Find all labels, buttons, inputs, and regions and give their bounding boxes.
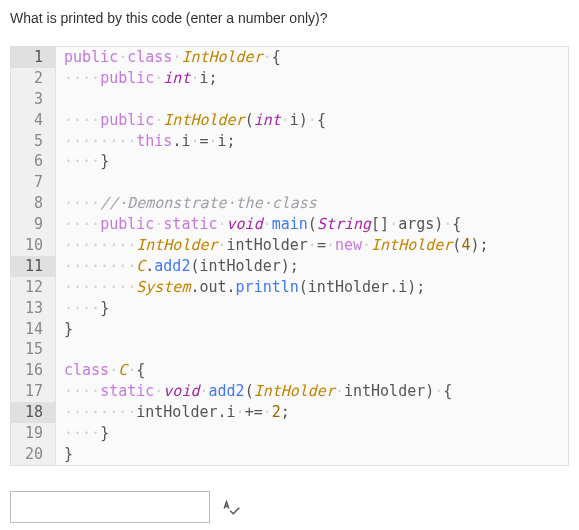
answer-row (10, 491, 569, 523)
code-line: ········IntHolder·intHolder·=·new·IntHol… (64, 235, 560, 256)
line-number: 11 (11, 256, 55, 277)
line-number: 3 (11, 89, 55, 110)
code-line: ········C.add2(intHolder); (64, 256, 560, 277)
code-line: ····public·IntHolder(int·i)·{ (64, 110, 560, 131)
line-number: 18 (11, 402, 55, 423)
code-line: ····static·void·add2(IntHolder·intHolder… (64, 381, 560, 402)
line-number: 6 (11, 151, 55, 172)
answer-input[interactable] (10, 491, 210, 523)
code-block: 1234567891011121314151617181920 public·c… (10, 46, 569, 466)
code-line: } (64, 319, 560, 340)
code-line: public·class·IntHolder·{ (64, 47, 560, 68)
code-line: ····public·int·i; (64, 68, 560, 89)
code-line (64, 172, 560, 193)
line-number: 16 (11, 360, 55, 381)
code-line: ········this.i·=·i; (64, 131, 560, 152)
line-number: 19 (11, 423, 55, 444)
line-number: 9 (11, 214, 55, 235)
code-line: ····public·static·void·main(String[]·arg… (64, 214, 560, 235)
line-number: 1 (11, 47, 55, 68)
line-number: 10 (11, 235, 55, 256)
code-line: ····} (64, 298, 560, 319)
code-line: ····//·Demonstrate·the·class (64, 193, 560, 214)
line-number: 2 (11, 68, 55, 89)
line-number: 8 (11, 193, 55, 214)
spellcheck-icon[interactable] (222, 498, 240, 516)
code-line: } (64, 444, 560, 465)
code-content: public·class·IntHolder·{····public·int·i… (56, 47, 568, 465)
code-line: ········System.out.println(intHolder.i); (64, 277, 560, 298)
code-line: class·C·{ (64, 360, 560, 381)
code-line: ····} (64, 151, 560, 172)
question-text: What is printed by this code (enter a nu… (10, 10, 569, 26)
line-number: 17 (11, 381, 55, 402)
line-number: 13 (11, 298, 55, 319)
code-line: ····} (64, 423, 560, 444)
code-line: ········intHolder.i·+=·2; (64, 402, 560, 423)
code-line (64, 89, 560, 110)
line-number: 14 (11, 319, 55, 340)
code-line (64, 339, 560, 360)
line-number: 5 (11, 131, 55, 152)
line-number: 20 (11, 444, 55, 465)
line-number: 7 (11, 172, 55, 193)
line-gutter: 1234567891011121314151617181920 (11, 47, 56, 465)
line-number: 4 (11, 110, 55, 131)
line-number: 15 (11, 339, 55, 360)
line-number: 12 (11, 277, 55, 298)
